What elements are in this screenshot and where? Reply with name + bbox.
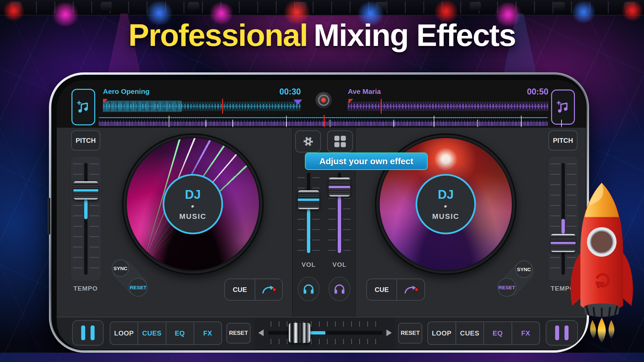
- loop-marker-icon: [293, 100, 302, 105]
- hub-title: DJ: [185, 188, 201, 202]
- page-title: ProfessionalMixing Effects: [0, 17, 644, 53]
- crossfader-reset-right-button[interactable]: RESET: [398, 323, 422, 344]
- curved-arrow-record-icon: [403, 284, 419, 296]
- eq-tab-left[interactable]: EQ: [166, 322, 194, 344]
- vol-knob-right[interactable]: [329, 178, 350, 196]
- crossfader-track[interactable]: [268, 331, 383, 335]
- fx-tab-left[interactable]: FX: [194, 322, 221, 344]
- loop-tab-left[interactable]: LOOP: [110, 322, 138, 344]
- stage-lamp: [470, 2, 481, 11]
- mode-group-left: LOOP CUES EQ FX: [110, 321, 222, 345]
- headphones-icon: [333, 283, 346, 295]
- phone-side-button: [48, 198, 50, 235]
- time-elapsed-right: 00:50: [505, 87, 548, 97]
- hub-title: DJ: [438, 188, 453, 202]
- transport-bar: Aero Opening 00:30 Ave Maria: [57, 80, 586, 128]
- cue-group-right: CUE: [366, 279, 425, 301]
- gear-icon: [302, 135, 315, 148]
- crossfader-right-arrow-icon[interactable]: [386, 329, 392, 336]
- sync-button-left[interactable]: SYNC: [112, 259, 129, 277]
- cue-flag-icon: [103, 99, 108, 104]
- music-note-add-icon: [556, 100, 571, 115]
- vol-label-right: VOL: [319, 261, 360, 268]
- pitch-button-left[interactable]: PITCH: [71, 130, 100, 150]
- cue-marker: [222, 99, 223, 114]
- hub-subtitle: MUSIC: [179, 212, 207, 221]
- stage-lamp: [553, 2, 565, 11]
- app-screen: Aero Opening 00:30 Ave Maria: [57, 80, 586, 350]
- stage-lamp: [101, 2, 112, 11]
- pause-icon: [555, 325, 559, 340]
- phone-mockup: Aero Opening 00:30 Ave Maria: [49, 72, 589, 353]
- track-name-left: Aero Opening: [103, 87, 150, 96]
- overview-strip-bottom[interactable]: [99, 120, 548, 127]
- stage: ProfessionalMixing Effects Aero Op: [0, 0, 644, 362]
- fx-tab-right[interactable]: FX: [512, 322, 540, 344]
- crossfader-reset-left-button[interactable]: RESET: [226, 323, 251, 344]
- record-button[interactable]: [315, 91, 333, 109]
- mode-group-right: LOOP CUES EQ FX: [427, 321, 540, 345]
- light-truss: [0, 0, 644, 15]
- crossfader-left-arrow-icon[interactable]: [258, 329, 264, 336]
- play-pause-left-button[interactable]: [72, 320, 104, 346]
- jog-hub-left: DJ MUSIC: [163, 174, 223, 234]
- waveform-left[interactable]: [103, 99, 301, 114]
- record-dot-icon: [321, 98, 326, 103]
- cue-button-right[interactable]: CUE: [367, 279, 396, 300]
- cues-tab-left[interactable]: CUES: [138, 322, 165, 344]
- tempo-label-left: TEMPO: [65, 285, 106, 292]
- vol-knob-left[interactable]: [298, 190, 319, 209]
- tempo-knob-left[interactable]: [73, 181, 98, 199]
- headphone-cue-left-button[interactable]: [298, 277, 320, 301]
- stage-floor: [0, 353, 644, 362]
- curved-arrow-record-icon: [261, 284, 276, 296]
- eq-tab-right[interactable]: EQ: [483, 322, 512, 344]
- crossfader-knob[interactable]: [289, 323, 310, 343]
- title-highlight: Professional: [128, 18, 308, 53]
- jog-hub-right: DJ MUSIC: [416, 174, 476, 234]
- effects-grid-button[interactable]: [327, 130, 353, 153]
- reset-button-right[interactable]: RESET: [497, 278, 516, 297]
- jog-wheel-left[interactable]: DJ MUSIC: [122, 133, 264, 275]
- overview-strip-top[interactable]: [99, 116, 548, 120]
- jump-record-button-left[interactable]: [255, 279, 282, 300]
- settings-button[interactable]: [295, 130, 321, 153]
- sync-button-right[interactable]: SYNC: [515, 260, 533, 278]
- vol-ticks: [312, 177, 320, 253]
- crossfader-fill: [310, 331, 325, 335]
- jump-record-button-right[interactable]: [397, 279, 424, 300]
- global-playhead: [324, 115, 325, 127]
- time-elapsed-left: 00:30: [258, 87, 301, 97]
- rocket-icon: [566, 180, 637, 345]
- spindle-icon: [191, 205, 195, 209]
- grid-icon: [334, 136, 346, 147]
- spindle-icon: [444, 205, 448, 209]
- add-track-right-button[interactable]: [551, 89, 575, 125]
- reset-button-left[interactable]: RESET: [129, 278, 148, 297]
- vol-fill-left: [307, 209, 310, 253]
- cue-group-left: CUE: [224, 279, 283, 301]
- pause-icon: [91, 325, 95, 340]
- cue-marker: [381, 99, 382, 114]
- vol-fill-right: [338, 196, 341, 253]
- loop-tab-right[interactable]: LOOP: [428, 322, 455, 344]
- title-rest: Mixing Effects: [314, 18, 516, 53]
- phone-bezel: Aero Opening 00:30 Ave Maria: [51, 75, 587, 350]
- waveform-right[interactable]: [348, 99, 548, 114]
- stage-lamp: [188, 2, 199, 11]
- crossfader-ticks: [271, 339, 380, 344]
- headphones-icon: [302, 283, 315, 295]
- pause-icon: [81, 325, 85, 340]
- vol-ticks: [298, 177, 305, 253]
- effect-tooltip: Adjust your own effect: [305, 153, 428, 170]
- music-note-add-icon: [76, 100, 91, 115]
- hub-subtitle: MUSIC: [432, 212, 460, 221]
- cue-button-left[interactable]: CUE: [225, 279, 255, 300]
- headphone-cue-right-button[interactable]: [328, 277, 351, 301]
- cue-flag-icon: [348, 99, 353, 104]
- pitch-button-right[interactable]: PITCH: [548, 130, 578, 150]
- cues-tab-right[interactable]: CUES: [455, 322, 484, 344]
- crossfader-ticks: [271, 321, 380, 327]
- tempo-slider-left[interactable]: [70, 156, 102, 281]
- add-track-left-button[interactable]: [71, 89, 95, 125]
